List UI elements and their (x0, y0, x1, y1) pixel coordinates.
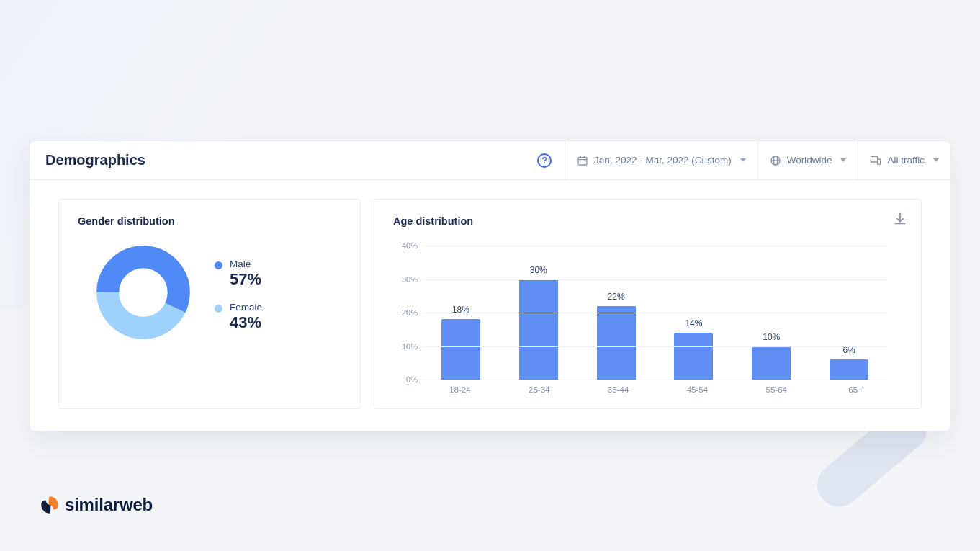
x-tick-label: 18-24 (421, 385, 500, 394)
download-button[interactable] (892, 211, 908, 227)
svg-rect-7 (871, 156, 878, 161)
age-bar-chart: 18%30%22%14%10%6% 0%10%20%30%40% (395, 241, 895, 380)
bar (441, 319, 480, 380)
chevron-down-icon (933, 158, 939, 162)
grid-line (422, 346, 888, 347)
help-button[interactable]: ? (524, 141, 565, 179)
devices-icon (870, 155, 881, 166)
age-distribution-card: Age distribution 18%30%22%14%10%6% 0%10%… (374, 199, 922, 409)
similarweb-logomark-icon (40, 496, 59, 514)
bar-value-label: 30% (530, 265, 547, 275)
svg-rect-0 (578, 157, 587, 165)
bar-value-label: 22% (608, 292, 625, 302)
gender-legend: Male 57% Female 43% (215, 253, 262, 332)
bar (519, 279, 558, 380)
help-icon: ? (537, 153, 552, 168)
x-tick-label: 25-34 (500, 385, 579, 394)
region-picker[interactable]: Worldwide (758, 141, 858, 179)
grid-line (422, 380, 888, 380)
legend-female-value: 43% (230, 313, 262, 332)
bar (597, 306, 636, 380)
calendar-icon (577, 155, 588, 166)
chevron-down-icon (740, 158, 746, 162)
x-tick-label: 55-64 (737, 385, 816, 394)
panel-header: Demographics ? Jan, 2022 - Mar, 2022 (Cu… (30, 141, 950, 180)
y-tick-label: 20% (395, 308, 418, 317)
download-icon (892, 211, 908, 227)
bar-value-label: 18% (452, 305, 469, 315)
x-tick-label: 35-44 (579, 385, 658, 394)
svg-rect-8 (878, 159, 881, 164)
region-label: Worldwide (787, 155, 832, 166)
date-range-label: Jan, 2022 - Mar, 2022 (Custom) (594, 155, 732, 166)
y-tick-label: 40% (395, 241, 418, 250)
legend-male-label: Male (230, 259, 261, 269)
card-title: Age distribution (393, 215, 902, 227)
page-title: Demographics (30, 141, 524, 179)
bar (752, 346, 791, 380)
demographics-panel: Demographics ? Jan, 2022 - Mar, 2022 (Cu… (29, 140, 951, 431)
bar (830, 359, 868, 380)
x-tick-label: 45-54 (657, 385, 737, 394)
traffic-filter-label: All traffic (887, 155, 925, 166)
cards-row: Gender distribution Male 57% (30, 180, 950, 431)
bar (674, 333, 713, 380)
y-tick-label: 0% (395, 375, 418, 384)
y-tick-label: 10% (395, 342, 418, 351)
brand-logo: similarweb (40, 495, 153, 515)
x-axis-labels: 18-2425-3435-4445-5455-6465+ (421, 385, 895, 394)
brand-name: similarweb (65, 495, 153, 515)
x-tick-label: 65+ (816, 385, 895, 394)
y-tick-label: 30% (395, 275, 418, 284)
legend-dot-female (215, 305, 222, 313)
bar-value-label: 14% (685, 318, 702, 328)
legend-male: Male 57% (215, 259, 262, 289)
legend-female-label: Female (230, 302, 262, 313)
traffic-filter-picker[interactable]: All traffic (858, 141, 950, 179)
bar-value-label: 10% (763, 332, 780, 342)
grid-line (422, 313, 888, 313)
gender-distribution-card: Gender distribution Male 57% (58, 199, 361, 409)
card-title: Gender distribution (78, 215, 341, 227)
svg-point-10 (108, 257, 179, 328)
gender-donut-chart (96, 246, 190, 339)
globe-icon (770, 155, 781, 166)
legend-male-value: 57% (230, 270, 261, 289)
date-range-picker[interactable]: Jan, 2022 - Mar, 2022 (Custom) (565, 141, 758, 179)
chevron-down-icon (840, 158, 846, 162)
grid-line (422, 246, 888, 246)
grid-line (422, 279, 888, 280)
legend-female: Female 43% (215, 302, 262, 332)
legend-dot-male (215, 261, 222, 269)
